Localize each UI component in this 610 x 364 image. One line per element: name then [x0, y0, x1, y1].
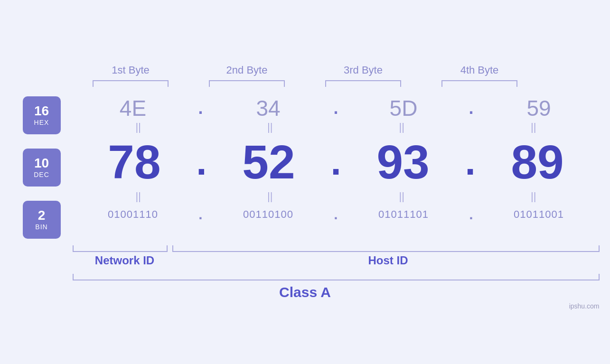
bin-number: 2	[38, 208, 46, 223]
host-bracket	[172, 245, 600, 252]
bin-row: 01001110 . 00110100 . 01011101 . 0101100…	[73, 203, 600, 226]
hex-val-2: 34	[208, 95, 329, 121]
dec-val-4: 89	[476, 138, 600, 186]
sep1-c3: ||	[336, 122, 468, 132]
hex-dot-1: .	[194, 98, 208, 118]
byte-headers: 1st Byte 2nd Byte 3rd Byte 4th Byte	[11, 64, 600, 76]
dec-val-2: 52	[207, 138, 331, 186]
class-bracket-row	[11, 274, 600, 280]
bin-dot-1: .	[194, 206, 208, 223]
sep2-c3: ||	[336, 191, 468, 202]
hex-val-3: 5D	[343, 95, 464, 121]
class-label: Class A	[11, 284, 600, 300]
bracket-cell-3	[305, 80, 422, 87]
hex-row: 4E . 34 . 5D . 59	[73, 92, 600, 121]
byte3-header: 3rd Byte	[305, 64, 422, 76]
bracket-cell-2	[189, 80, 305, 87]
bin-dot-3: .	[464, 206, 479, 223]
network-id-label: Network ID	[73, 254, 177, 267]
bracket-top-2	[209, 80, 285, 87]
values-grid: 4E . 34 . 5D . 59 || || || || 78 . 52 .	[73, 92, 600, 243]
dec-dot-2: .	[330, 143, 341, 181]
content-area: 16 HEX 10 DEC 2 BIN 4E . 34 . 5D . 59	[11, 92, 600, 243]
dec-val-3: 93	[341, 138, 465, 186]
dec-number: 10	[34, 156, 49, 171]
hex-val-4: 59	[479, 95, 600, 121]
separator-2: || || || ||	[73, 190, 600, 203]
bin-val-3: 01011101	[343, 208, 464, 221]
top-brackets	[11, 80, 600, 87]
labels-column: 16 HEX 10 DEC 2 BIN	[11, 92, 73, 243]
sep1-c4: ||	[468, 122, 600, 132]
hex-badge: 16 HEX	[23, 96, 61, 134]
dec-badge: 10 DEC	[23, 149, 61, 187]
bin-val-2: 00110100	[208, 208, 329, 221]
hex-val-1: 4E	[73, 95, 194, 121]
bin-badge: 2 BIN	[23, 201, 61, 239]
dec-dot-3: .	[465, 143, 475, 181]
sep1-c2: ||	[204, 122, 336, 132]
sep2-c2: ||	[204, 191, 336, 202]
bin-label: BIN	[35, 223, 47, 231]
byte2-header: 2nd Byte	[189, 64, 305, 76]
hex-label: HEX	[34, 119, 49, 126]
byte4-header: 4th Byte	[422, 64, 538, 76]
hex-dot-3: .	[464, 98, 479, 118]
bottom-brackets-row	[73, 245, 600, 252]
bracket-cell-1	[73, 80, 189, 87]
bottom-labels-row: Network ID Host ID	[73, 254, 600, 267]
bracket-cell-4	[422, 80, 538, 87]
main-container: 1st Byte 2nd Byte 3rd Byte 4th Byte 16 H…	[11, 64, 600, 300]
sep2-c1: ||	[73, 191, 205, 202]
bin-val-4: 01011001	[479, 208, 600, 221]
hex-dot-2: .	[329, 98, 343, 118]
dec-row: 78 . 52 . 93 . 89	[73, 133, 600, 190]
host-id-label: Host ID	[177, 254, 600, 267]
bracket-top-3	[325, 80, 401, 87]
bin-dot-2: .	[329, 206, 343, 223]
dec-dot-1: .	[196, 143, 206, 181]
hex-number: 16	[34, 104, 49, 119]
sep2-c4: ||	[468, 191, 600, 202]
bracket-top-4	[441, 80, 517, 87]
dec-label: DEC	[34, 171, 49, 178]
sep1-c1: ||	[73, 122, 205, 132]
class-bracket	[73, 274, 600, 280]
bracket-top-1	[93, 80, 169, 87]
bottom-section: Network ID Host ID	[11, 245, 600, 267]
watermark: ipshu.com	[569, 302, 600, 310]
byte1-header: 1st Byte	[73, 64, 189, 76]
network-bracket	[73, 245, 168, 252]
bin-val-1: 01001110	[73, 208, 194, 221]
dec-val-1: 78	[73, 138, 197, 186]
separator-1: || || || ||	[73, 121, 600, 133]
